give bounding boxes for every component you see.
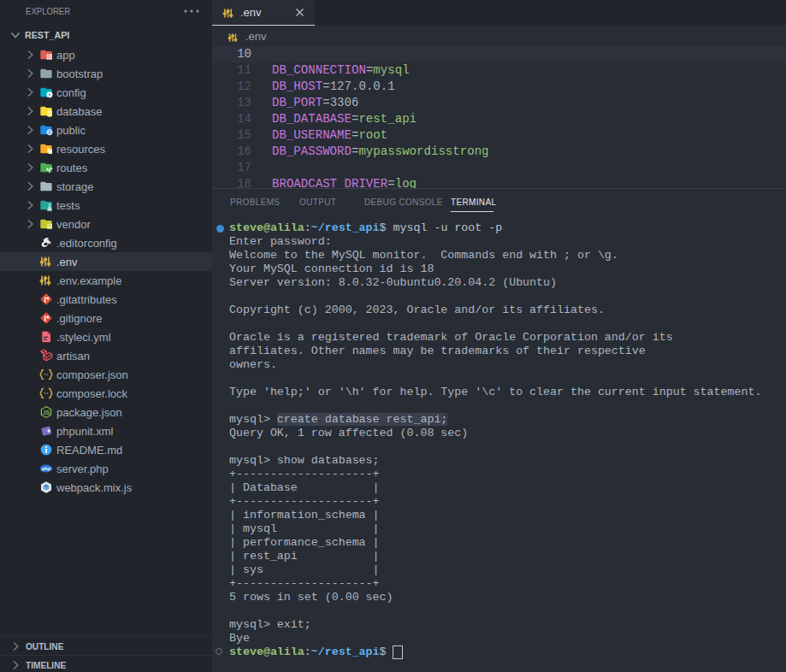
svg-text:php: php [41,466,51,471]
svg-text:JS: JS [43,410,50,416]
